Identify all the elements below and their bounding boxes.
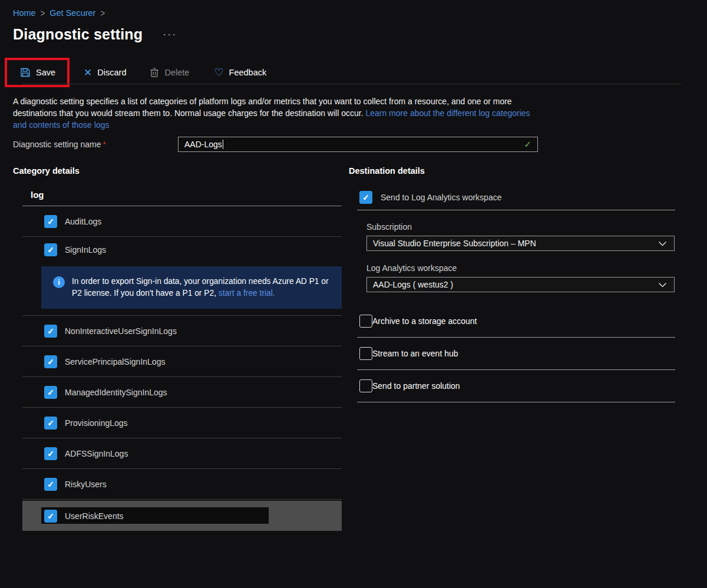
- banner-text: In order to export Sign-in data, your or…: [72, 276, 331, 299]
- feedback-button-label: Feedback: [229, 68, 267, 77]
- free-trial-link[interactable]: start a free trial.: [219, 289, 275, 298]
- category-row-adfs: ✓ ADFSSignInLogs: [22, 438, 342, 469]
- destination-label: Stream to an event hub: [372, 349, 458, 358]
- workspace-dropdown[interactable]: AAD-Logs ( westus2 ): [366, 277, 675, 292]
- category-row-userriskevents[interactable]: ✓ UserRiskEvents: [22, 501, 342, 531]
- title-row: Diagnostic setting ···: [13, 24, 707, 45]
- checkbox-adfs[interactable]: ✓: [44, 447, 57, 460]
- category-label: UserRiskEvents: [65, 511, 124, 521]
- category-label: ADFSSignInLogs: [65, 449, 128, 458]
- name-input-value: AAD-Logs: [184, 140, 222, 149]
- info-icon: i: [53, 276, 65, 288]
- send-to-log-analytics-row: ✓ Send to Log Analytics workspace: [349, 185, 683, 210]
- page-title: Diagnostic setting: [13, 26, 143, 43]
- category-row-riskyusers: ✓ RiskyUsers: [22, 469, 342, 500]
- checkbox-provisioning[interactable]: ✓: [44, 417, 57, 430]
- destination-label: Archive to a storage account: [372, 316, 477, 326]
- save-icon: [20, 67, 31, 78]
- valid-check-icon: ✓: [524, 139, 531, 150]
- checkbox-managedidentity[interactable]: ✓: [44, 386, 57, 399]
- category-row-managedidentity: ✓ ManagedIdentitySignInLogs: [22, 377, 342, 408]
- diagnostic-setting-name-input[interactable]: AAD-Logs ✓: [178, 137, 538, 152]
- name-field-row: Diagnostic setting name* AAD-Logs ✓: [13, 137, 707, 152]
- category-label: RiskyUsers: [65, 480, 107, 489]
- subscription-label: Subscription: [366, 222, 683, 232]
- checkbox-partner-solution[interactable]: ✓: [359, 379, 372, 392]
- checkbox-userriskevents[interactable]: ✓: [44, 510, 57, 523]
- other-destinations: ✓ Archive to a storage account ✓ Stream …: [349, 305, 683, 402]
- breadcrumb-get-securer-link[interactable]: Get Securer: [49, 8, 95, 18]
- heart-icon: ♡: [214, 67, 223, 78]
- category-row-noninteractive: ✓ NonInteractiveUserSignInLogs: [22, 316, 342, 346]
- signin-info-banner-wrap: i In order to export Sign-in data, your …: [22, 263, 342, 316]
- category-row-provisioning: ✓ ProvisioningLogs: [22, 408, 342, 438]
- feedback-button[interactable]: ♡ Feedback: [206, 62, 275, 82]
- page-description: A diagnostic setting specifies a list of…: [13, 95, 538, 131]
- workspace-label: Log Analytics workspace: [366, 263, 683, 273]
- destination-details-section: Destination details ✓ Send to Log Analyt…: [349, 166, 683, 531]
- subscription-dropdown[interactable]: Visual Studio Enterprise Subscription – …: [366, 236, 675, 251]
- more-options-button[interactable]: ···: [163, 28, 177, 41]
- category-label: ManagedIdentitySignInLogs: [65, 388, 167, 397]
- command-bar: Save ✕ Discard Delete ♡ Feedback: [13, 58, 707, 87]
- chevron-right-icon: >: [41, 7, 45, 19]
- chevron-down-icon: [658, 241, 667, 246]
- partner-solution-row: ✓ Send to partner solution: [349, 370, 683, 402]
- log-group-header: log: [22, 190, 342, 206]
- checkbox-stream-event-hub[interactable]: ✓: [359, 347, 372, 360]
- required-marker: *: [103, 140, 105, 149]
- divider: [357, 210, 675, 210]
- checkbox-signinlogs[interactable]: ✓: [44, 243, 57, 256]
- save-highlight-annotation: Save: [5, 58, 70, 87]
- checkbox-auditlogs[interactable]: ✓: [44, 215, 57, 228]
- breadcrumb-home-link[interactable]: Home: [13, 8, 36, 18]
- checkbox-riskyusers[interactable]: ✓: [44, 478, 57, 491]
- text-cursor: [223, 140, 223, 149]
- diagnostic-setting-page: Home > Get Securer > Diagnostic setting …: [0, 0, 707, 531]
- category-row-serviceprincipal: ✓ ServicePrincipalSignInLogs: [22, 346, 342, 377]
- destination-label: Send to Log Analytics workspace: [381, 193, 501, 202]
- delete-button-label: Delete: [164, 68, 189, 77]
- trash-icon: [150, 67, 159, 78]
- workspace-value: AAD-Logs ( westus2 ): [373, 280, 453, 289]
- subscription-value: Visual Studio Enterprise Subscription – …: [373, 239, 536, 248]
- category-details-title: Category details: [13, 166, 342, 176]
- checkbox-serviceprincipal[interactable]: ✓: [44, 355, 57, 368]
- name-field-label: Diagnostic setting name*: [13, 140, 178, 149]
- delete-button[interactable]: Delete: [141, 62, 197, 82]
- save-button-label: Save: [36, 68, 55, 77]
- chevron-right-icon: >: [100, 7, 105, 19]
- banner-text-body: In order to export Sign-in data, your or…: [72, 277, 329, 298]
- checkbox-log-analytics[interactable]: ✓: [359, 191, 372, 204]
- discard-button[interactable]: ✕ Discard: [75, 62, 134, 82]
- category-label: SignInLogs: [65, 245, 106, 255]
- chevron-down-icon: [658, 282, 667, 288]
- destination-label: Send to partner solution: [372, 381, 460, 391]
- category-row-auditlogs: ✓ AuditLogs: [22, 206, 342, 237]
- breadcrumb: Home > Get Securer >: [13, 7, 707, 19]
- checkbox-archive-storage[interactable]: ✓: [359, 315, 372, 328]
- checkbox-noninteractive[interactable]: ✓: [44, 325, 57, 338]
- category-list: log ✓ AuditLogs ✓ SignInLogs i In order …: [22, 190, 342, 531]
- save-button[interactable]: Save: [12, 62, 64, 82]
- destination-details-title: Destination details: [349, 166, 683, 176]
- name-field-label-text: Diagnostic setting name: [13, 140, 101, 149]
- category-details-section: Category details log ✓ AuditLogs ✓ SignI…: [13, 166, 342, 531]
- category-label: NonInteractiveUserSignInLogs: [65, 326, 177, 336]
- category-label: AuditLogs: [65, 217, 101, 226]
- divider: [357, 402, 675, 402]
- content-columns: Category details log ✓ AuditLogs ✓ SignI…: [13, 166, 707, 531]
- discard-x-icon: ✕: [84, 67, 92, 79]
- category-label: ProvisioningLogs: [65, 418, 128, 428]
- log-analytics-form: Subscription Visual Studio Enterprise Su…: [366, 222, 683, 292]
- category-row-signinlogs: ✓ SignInLogs: [22, 237, 342, 263]
- discard-button-label: Discard: [97, 68, 126, 77]
- archive-storage-row: ✓ Archive to a storage account: [349, 305, 683, 337]
- stream-event-hub-row: ✓ Stream to an event hub: [349, 338, 683, 369]
- signin-info-banner: i In order to export Sign-in data, your …: [41, 266, 342, 309]
- category-label: ServicePrincipalSignInLogs: [65, 357, 165, 366]
- toolbar-divider: [22, 84, 681, 84]
